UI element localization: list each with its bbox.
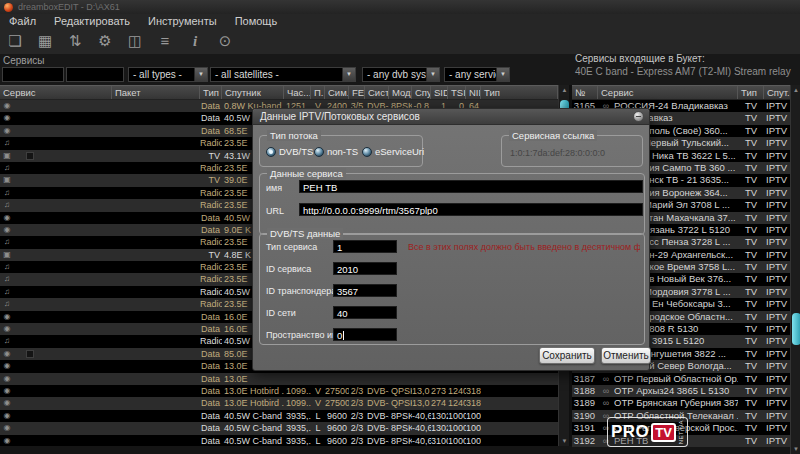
- service-name-cell: [14, 286, 112, 298]
- system-cell: DVB-S: [365, 385, 389, 397]
- system-cell: DVB-S: [365, 397, 389, 409]
- type-cell: TV: [738, 373, 764, 385]
- chevron-down-icon[interactable]: ▼: [342, 68, 355, 81]
- menu-item-Редактировать[interactable]: Редактировать: [45, 15, 139, 27]
- watermark-netua-text: NET.UA: [678, 420, 684, 444]
- type-filter-dropdown[interactable]: - all types - ▼: [128, 67, 208, 82]
- column-header[interactable]: NID: [466, 86, 481, 99]
- number-cell: 3190: [572, 410, 598, 422]
- chevron-down-icon[interactable]: ▼: [426, 68, 439, 81]
- type-cell: TV: [738, 212, 764, 224]
- satellite-cell: IPTV: [764, 212, 792, 224]
- menu-item-Файл[interactable]: Файл: [0, 15, 45, 27]
- scroll-up-icon[interactable]: ▲: [791, 86, 800, 94]
- fec-cell: 2/3: [349, 435, 365, 446]
- service-filter-dropdown[interactable]: - any service - ▼: [444, 67, 510, 82]
- service-name-value: РЕН ТВ: [303, 182, 337, 193]
- symbolrate-cell: 27500: [325, 397, 349, 409]
- service-row[interactable]: ◉Data13.0E Hotbird ...1099...V275002/3DV…: [0, 397, 558, 409]
- column-header[interactable]: Спутник: [222, 86, 284, 99]
- bouquet-row[interactable]: 3189∞ОТР Брянская Губерния 387...TVIPTV: [572, 397, 792, 409]
- menu-item-Инструменты[interactable]: Инструменты: [139, 15, 226, 27]
- service-row[interactable]: ◉Data40.5W C-band ...3935,...L96002/3DVB…: [0, 435, 558, 446]
- bouquet-row[interactable]: 3188∞ОТР Архыз24 3865 L 5130TVIPTV: [572, 385, 792, 397]
- type-cell: TV: [738, 174, 764, 186]
- field-input-2[interactable]: 2010: [333, 262, 397, 275]
- service-row[interactable]: ◉Data13.0E Hotbird ...1099...V275002/3DV…: [0, 385, 558, 397]
- stream-icon: ∞: [598, 385, 614, 397]
- settings-button[interactable]: ⚙: [90, 30, 120, 52]
- type-cell: TV: [738, 162, 764, 174]
- symbolrate-cell: 9600: [325, 410, 349, 422]
- collapse-icon[interactable]: [633, 111, 644, 122]
- column-header[interactable]: TSID: [448, 86, 466, 99]
- save-button[interactable]: Сохранить: [539, 347, 595, 364]
- column-header[interactable]: №: [572, 86, 598, 99]
- satellite-cell: IPTV: [764, 112, 792, 124]
- open-button[interactable]: ❏: [0, 30, 30, 52]
- column-header[interactable]: FEC: [349, 86, 365, 99]
- service-url-input[interactable]: http://0.0.0.0:9999/rtm/3567plp0: [299, 203, 643, 216]
- radio-selected-icon[interactable]: [266, 147, 276, 157]
- position-cell: 13,0: [412, 385, 431, 397]
- polarity-cell: V: [311, 397, 325, 409]
- radio-icon[interactable]: [314, 147, 324, 157]
- column-header[interactable]: Спу...: [412, 86, 431, 99]
- bouquet-row[interactable]: 3187∞ОТР Первый Областной Ор...TVIPTV: [572, 373, 792, 385]
- column-header[interactable]: Сервис: [598, 86, 738, 99]
- service-name-cell: [14, 311, 112, 323]
- scrollbar-thumb[interactable]: [792, 313, 800, 345]
- field-input-5[interactable]: 0: [333, 328, 397, 341]
- radio-icon[interactable]: [362, 147, 372, 157]
- service-name-cell: [14, 224, 112, 236]
- column-header[interactable]: SID: [431, 86, 448, 99]
- field-input-3[interactable]: 3567: [333, 284, 397, 297]
- number-cell: 3191: [572, 422, 598, 434]
- info-button[interactable]: i: [180, 30, 210, 52]
- service-row[interactable]: ◉Data13.0E: [0, 373, 558, 385]
- radio-option-eServiceUri[interactable]: eServiceUri: [362, 146, 424, 157]
- column-header[interactable]: Моду...: [389, 86, 412, 99]
- data-icon: ◉: [0, 385, 14, 397]
- cancel-button[interactable]: Отменить: [601, 347, 651, 364]
- menu-item-Помощь[interactable]: Помощь: [226, 15, 287, 27]
- scroll-down-icon[interactable]: ▼: [791, 445, 800, 453]
- column-header[interactable]: Пакет: [112, 86, 200, 99]
- column-header[interactable]: Тип: [200, 86, 222, 99]
- column-header[interactable]: Час...: [284, 86, 311, 99]
- service-row[interactable]: ◉Data40.5W C-band ...3935,...L96002/3DVB…: [0, 422, 558, 434]
- satellite-cell: IPTV: [764, 373, 792, 385]
- dvb-system-filter-dropdown[interactable]: - any dvb system - ▼: [362, 67, 440, 82]
- package-filter-input[interactable]: [66, 67, 124, 82]
- package-cell: [112, 435, 200, 446]
- list-button[interactable]: ≡: [150, 30, 180, 52]
- column-header[interactable]: Тип: [481, 86, 558, 99]
- type-cell: TV: [200, 249, 222, 261]
- radio-icon: ♫: [0, 298, 14, 310]
- about-button[interactable]: ⊙: [210, 30, 240, 52]
- satellite-cell: IPTV: [764, 162, 792, 174]
- dialog-title-bar[interactable]: Данные IPTV/Потоковых сервисов: [253, 109, 649, 125]
- column-header[interactable]: П...: [311, 86, 325, 99]
- column-header[interactable]: Спут...: [764, 86, 792, 99]
- column-header[interactable]: Тип: [738, 86, 764, 99]
- chevron-down-icon[interactable]: ▼: [496, 68, 509, 81]
- bouquet-vertical-scrollbar[interactable]: ▲ ▼: [790, 85, 800, 454]
- column-header[interactable]: Сист...: [365, 86, 389, 99]
- radio-option-non-TS[interactable]: non-TS: [314, 146, 358, 157]
- column-header[interactable]: Сим...: [325, 86, 349, 99]
- modulation-cell: QPSK: [389, 397, 412, 409]
- name-filter-input[interactable]: [2, 67, 64, 82]
- service-name-input[interactable]: РЕН ТВ: [299, 180, 643, 193]
- package-cell: [112, 348, 200, 360]
- service-row[interactable]: ◉Data40.5W C-band ...3935,...L96002/3DVB…: [0, 410, 558, 422]
- column-header[interactable]: Сервис: [0, 86, 112, 99]
- save-button[interactable]: ▦: [30, 30, 60, 52]
- chevron-down-icon[interactable]: ▼: [194, 68, 207, 81]
- field-input-1[interactable]: 1: [333, 240, 397, 253]
- field-input-4[interactable]: 40: [333, 306, 397, 319]
- transfer-button[interactable]: ⇅: [60, 30, 90, 52]
- radio-option-DVB/TS[interactable]: DVB/TS: [266, 146, 313, 157]
- copy-button[interactable]: ◫: [120, 30, 150, 52]
- satellite-filter-dropdown[interactable]: - all satellites - ▼: [210, 67, 356, 82]
